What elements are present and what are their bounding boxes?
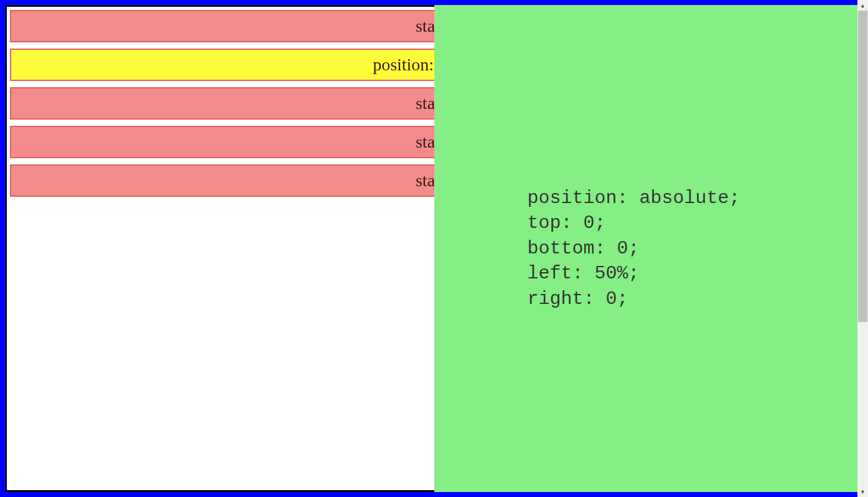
code-line-0: position: absolute;	[528, 187, 740, 209]
code-line-4: right: 0;	[528, 288, 628, 310]
css-code-block: position: absolute; top: 0; bottom: 0; l…	[528, 186, 740, 312]
scrollbar-thumb[interactable]	[858, 11, 867, 322]
outer-blue-border: static position: relative; static static…	[0, 0, 868, 497]
vertical-scrollbar[interactable]: ▲ ▼	[857, 0, 868, 497]
scrollbar-down-arrow-icon[interactable]: ▼	[857, 486, 868, 497]
absolute-green-panel: position: absolute; top: 0; bottom: 0; l…	[434, 5, 869, 492]
code-line-2: bottom: 0;	[528, 238, 640, 259]
code-line-1: top: 0;	[528, 212, 606, 234]
scrollbar-up-arrow-icon[interactable]: ▲	[857, 0, 868, 11]
code-line-3: left: 50%;	[528, 263, 640, 284]
inner-black-border: static position: relative; static static…	[5, 5, 863, 492]
viewport-wrapper: static position: relative; static static…	[0, 0, 868, 497]
